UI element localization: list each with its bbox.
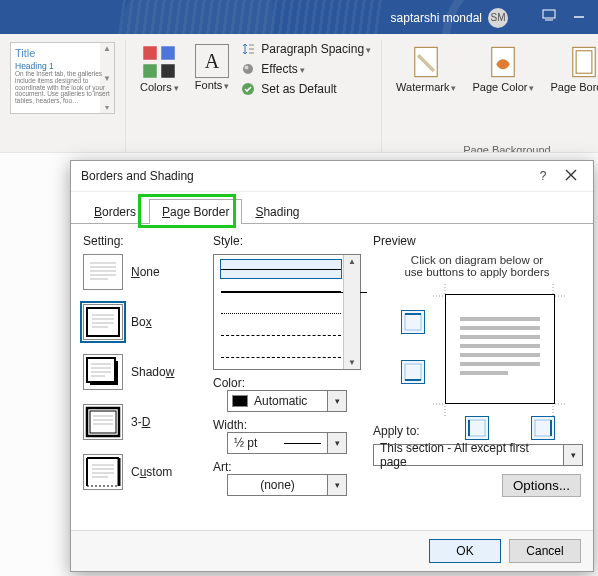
options-button[interactable]: Options... (502, 474, 581, 497)
document-formatting-gallery[interactable]: Title Heading 1 On the Insert tab, the g… (10, 42, 115, 114)
effects-button[interactable]: Effects (241, 62, 371, 76)
paragraph-spacing-icon (241, 42, 255, 56)
color-combo[interactable]: Automatic ▾ (227, 390, 347, 412)
check-icon (241, 82, 255, 96)
chevron-down-icon: ▾ (563, 445, 582, 465)
account-user[interactable]: saptarshi mondal SM (391, 8, 508, 28)
setting-custom[interactable]: Custom (83, 454, 201, 490)
chevron-down-icon: ▾ (327, 433, 346, 453)
watermark-button[interactable]: Watermark (392, 42, 460, 96)
help-button[interactable]: ? (529, 169, 557, 183)
svg-point-6 (245, 66, 249, 70)
border-left-button[interactable] (465, 416, 489, 440)
tab-borders[interactable]: Borders (81, 199, 149, 224)
dialog-title: Borders and Shading (81, 169, 529, 183)
auto-swatch-icon (232, 395, 248, 407)
setting-box[interactable]: Box (83, 304, 201, 340)
style-scrollbar[interactable]: ▲▼ (343, 255, 360, 369)
art-combo[interactable]: (none) ▾ (227, 474, 347, 496)
preview-note: Click on diagram below or use buttons to… (373, 254, 581, 278)
svg-rect-20 (535, 420, 551, 436)
svg-rect-0 (543, 10, 555, 18)
close-button[interactable] (557, 169, 585, 184)
app-titlebar: saptarshi mondal SM (0, 0, 598, 34)
cancel-button[interactable]: Cancel (509, 539, 581, 563)
setting-none[interactable]: None (83, 254, 201, 290)
width-combo[interactable]: ½ pt ▾ (227, 432, 347, 454)
set-as-default-button[interactable]: Set as Default (241, 82, 371, 96)
style-list[interactable]: ▲▼ (213, 254, 361, 370)
minimize-icon[interactable] (572, 8, 586, 22)
style-label: Style: (213, 234, 361, 248)
svg-rect-1 (144, 46, 158, 60)
preview-label: Preview (373, 234, 581, 248)
ribbon: Title Heading 1 On the Insert tab, the g… (0, 34, 598, 161)
svg-rect-2 (162, 46, 176, 60)
colors-button[interactable]: Colors (136, 42, 183, 96)
border-top-button[interactable] (401, 310, 425, 334)
dialog-tabs: Borders Page Border Shading (71, 192, 593, 224)
account-username: saptarshi mondal (391, 11, 482, 25)
page-borders-button[interactable]: Page Borders (546, 42, 598, 96)
svg-rect-15 (87, 408, 119, 436)
fonts-label: Fonts (195, 80, 230, 92)
svg-rect-14 (87, 358, 115, 382)
colors-label: Colors (140, 82, 179, 94)
borders-and-shading-dialog: Borders and Shading ? Borders Page Borde… (70, 160, 594, 572)
setting-shadow[interactable]: Shadow (83, 354, 201, 390)
svg-rect-17 (405, 314, 421, 330)
setting-label: Setting: (83, 234, 201, 248)
avatar: SM (488, 8, 508, 28)
border-bottom-button[interactable] (401, 360, 425, 384)
svg-rect-18 (405, 364, 421, 380)
svg-rect-16 (90, 411, 116, 433)
chevron-down-icon: ▾ (327, 475, 346, 495)
ribbon-display-options-icon[interactable] (542, 8, 556, 22)
fonts-button[interactable]: A Fonts (191, 42, 234, 94)
preview-diagram[interactable] (373, 288, 581, 418)
paragraph-spacing-button[interactable]: Paragraph Spacing (241, 42, 371, 56)
width-label: Width: (213, 418, 361, 432)
page-color-button[interactable]: Page Color (468, 42, 538, 96)
svg-rect-4 (162, 64, 176, 78)
svg-rect-3 (144, 64, 158, 78)
style-title: Title (15, 47, 110, 59)
art-label: Art: (213, 460, 361, 474)
border-right-button[interactable] (531, 416, 555, 440)
tab-page-border[interactable]: Page Border (149, 199, 242, 224)
ok-button[interactable]: OK (429, 539, 501, 563)
tab-shading[interactable]: Shading (242, 199, 312, 224)
apply-to-combo[interactable]: This section - All except first page ▾ (373, 444, 583, 466)
effects-icon (241, 62, 255, 76)
svg-rect-12 (87, 308, 119, 336)
setting-3d[interactable]: 3-D (83, 404, 201, 440)
color-label: Color: (213, 376, 361, 390)
svg-rect-19 (469, 420, 485, 436)
chevron-down-icon: ▾ (327, 391, 346, 411)
svg-point-5 (243, 64, 253, 74)
